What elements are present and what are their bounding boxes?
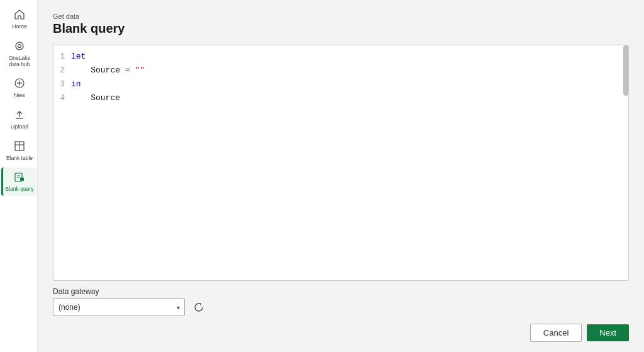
code-editor[interactable]: 1 let 2 Source = "" 3 in 4 Source [53,45,629,281]
sidebar-item-blank-query-label: Blank query [6,186,34,192]
gateway-select-wrapper: (none) ▾ [53,298,185,316]
code-line-4: 4 Source [53,92,628,106]
sidebar-item-new[interactable]: New [1,74,36,103]
code-line-2: 2 Source = "" [53,64,628,78]
line-content-1: let [71,50,86,64]
sidebar-item-upload-label: Upload [11,123,29,130]
gateway-label: Data gateway [53,287,629,296]
code-line-3: 3 in [53,78,628,92]
sidebar-item-onelake-label: OneLake data hub [9,55,31,67]
gateway-select[interactable]: (none) [53,298,185,316]
sidebar-item-blank-query[interactable]: Blank query [1,167,36,196]
blank-table-icon [14,140,25,154]
gateway-section: Data gateway (none) ▾ [53,287,629,316]
sidebar-item-blank-table[interactable]: Blank table [1,137,36,165]
home-icon [14,9,25,22]
next-button[interactable]: Next [587,324,629,341]
footer: Cancel Next [53,324,629,342]
scrollbar-vertical[interactable] [623,45,628,96]
blank-query-icon [14,171,25,185]
sidebar-item-onelake[interactable]: OneLake data hub [1,37,36,71]
cancel-button[interactable]: Cancel [530,324,582,342]
page-subtitle: Get data [53,13,629,20]
code-lines: 1 let 2 Source = "" 3 in 4 Source [53,45,628,111]
line-content-3: in [71,78,81,91]
sidebar-item-upload[interactable]: Upload [1,105,36,134]
sidebar: Home OneLake data hub New [0,0,38,352]
svg-point-0 [16,42,23,50]
sidebar-item-blank-table-label: Blank table [6,155,33,161]
refresh-button[interactable] [190,298,208,316]
sidebar-item-home-label: Home [12,23,27,30]
line-number-1: 1 [53,51,71,63]
line-number-2: 2 [53,65,71,77]
line-number-4: 4 [53,93,71,105]
code-line-1: 1 let [53,50,628,64]
sidebar-item-home[interactable]: Home [1,5,36,34]
main-content: Get data Blank query 1 let 2 Source = ""… [38,0,644,352]
upload-icon [14,109,25,122]
svg-rect-13 [20,178,24,181]
svg-point-1 [18,44,21,47]
onelake-icon [14,40,25,54]
line-number-3: 3 [53,79,71,91]
gateway-row: (none) ▾ [53,298,629,316]
line-content-2: Source = "" [71,64,145,77]
new-icon [14,77,25,91]
line-content-4: Source [71,92,120,105]
page-title: Blank query [53,21,629,36]
sidebar-item-new-label: New [14,92,25,99]
